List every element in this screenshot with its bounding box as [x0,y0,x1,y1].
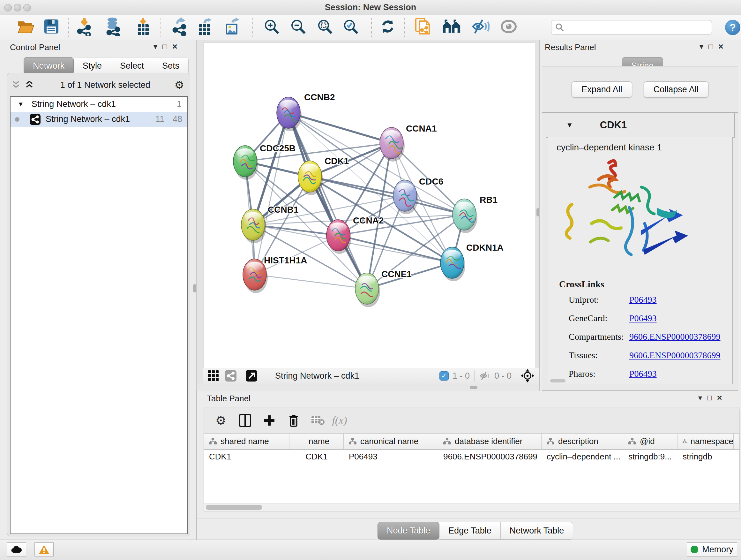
birdseye-navigator-icon[interactable] [521,369,534,382]
close-window-button[interactable] [4,4,12,11]
tab-sets[interactable]: Sets [153,57,189,75]
crosslink-link[interactable]: P06493 [629,295,657,305]
edge-CCNB2-CCNA1[interactable] [288,113,392,143]
crosslink-link[interactable]: P06493 [629,369,657,379]
edge-HIST1H1A-CCNE1[interactable] [255,274,367,289]
close-panel-icon[interactable]: × [172,42,178,52]
table-horizontal-scrollbar[interactable] [204,503,740,512]
search-input[interactable] [564,23,703,32]
column-header-name[interactable]: name [289,434,344,449]
node-CCNA2[interactable] [327,220,351,254]
table-cell[interactable]: stringdb:9... [623,452,677,462]
selected-checkbox-icon[interactable]: ✓ [440,371,449,381]
table-cell[interactable]: CDK1 [289,452,344,462]
tab-network-table[interactable]: Network Table [501,522,574,540]
add-column-icon[interactable] [262,413,277,428]
column-header-database-identifier[interactable]: database identifier [438,434,542,449]
table-cell[interactable]: 9606.ENSP00000378699 [438,452,542,462]
table-settings-gear-icon[interactable]: ⚙ [213,413,228,428]
column-header--id[interactable]: @id [623,434,677,449]
import-table-icon[interactable] [134,17,152,36]
horizontal-splitter[interactable] [197,383,539,391]
splitter-handle[interactable] [470,386,477,389]
function-builder-icon[interactable]: f(x) [332,413,347,428]
edge-CCNA2-HIST1H1A[interactable] [255,235,338,274]
float-panel-icon[interactable]: □ [707,393,712,402]
export-table-icon[interactable] [197,17,215,36]
refresh-icon[interactable] [379,17,397,36]
split-columns-icon[interactable] [238,413,253,428]
network-options-gear-icon[interactable]: ⚙ [175,78,184,91]
node-section-header[interactable]: ▼ CDK1 [546,113,735,138]
help-icon[interactable]: ? [725,20,740,35]
zoom-out-icon[interactable] [289,17,307,36]
zoom-in-icon[interactable] [262,17,281,36]
node-CCNB2[interactable] [277,97,301,131]
crosslink-link[interactable]: P06493 [629,313,657,323]
column-header-shared-name[interactable]: shared name [204,434,289,449]
panel-menu-icon[interactable]: ▾ [699,42,703,51]
section-scrollbar-thumb[interactable] [550,379,565,382]
column-header-namespace[interactable]: namespace [677,434,734,449]
panel-menu-icon[interactable]: ▾ [153,42,157,51]
network-collection-row[interactable]: ▼ String Network – cdk1 1 [10,97,187,112]
delete-table-icon[interactable] [311,413,325,428]
crosslink-link[interactable]: 9606.ENSP00000378699 [629,332,720,342]
table-cell[interactable]: CDK1 [204,452,289,462]
table-cell[interactable]: stringdb [677,452,734,462]
copy-network-icon[interactable] [414,17,433,36]
expand-all-button[interactable]: Expand All [571,81,632,98]
column-header-description[interactable]: description [542,434,623,449]
save-session-icon[interactable] [42,17,61,36]
import-network-database-icon[interactable] [105,17,123,36]
float-panel-icon[interactable]: □ [162,42,167,51]
network-canvas[interactable]: CCNB2CCNA1CDC25BCDK1CDC6RB1CCNB1CCNA2CDK… [203,43,535,368]
grid-view-icon[interactable] [208,370,219,381]
expand-all-icon[interactable] [25,81,36,89]
zoom-selected-icon[interactable] [341,17,360,36]
show-all-icon[interactable] [499,17,518,36]
minimize-window-button[interactable] [14,4,21,11]
collapse-all-icon[interactable] [12,81,23,89]
tab-network[interactable]: Network [23,57,74,75]
panel-menu-icon[interactable]: ▾ [698,393,702,402]
scrollbar-thumb[interactable] [206,505,262,510]
import-network-file-icon[interactable] [76,17,95,36]
cloud-button[interactable] [7,543,26,557]
detach-view-icon[interactable] [246,370,257,381]
memory-button[interactable]: Memory [687,543,737,557]
tab-style[interactable]: Style [74,57,111,75]
node-CDKN1A[interactable] [441,247,465,281]
network-row[interactable]: String Network – cdk1 11 48 [10,112,187,127]
hide-selected-icon[interactable] [471,17,490,36]
collection-expand-icon[interactable]: ▼ [17,101,24,108]
warning-button[interactable] [35,543,54,557]
zoom-window-button[interactable] [23,4,31,11]
edge-CCNB2-HIST1H1A[interactable] [255,113,288,274]
collapse-all-button[interactable]: Collapse All [644,81,709,98]
open-session-icon[interactable] [17,17,35,36]
column-header-canonical-name[interactable]: canonical name [344,434,438,449]
node-RB1[interactable] [453,199,477,233]
first-neighbors-icon[interactable] [442,17,461,36]
tab-select[interactable]: Select [111,57,153,75]
delete-column-icon[interactable] [286,413,301,428]
search-field[interactable] [551,20,712,35]
network-thumbnail-icon[interactable] [225,370,237,381]
table-row[interactable]: CDK1CDK1P064939606.ENSP00000378699cyclin… [204,449,739,464]
export-network-icon[interactable] [171,17,190,36]
table-cell[interactable]: cyclin–dependent ... [542,452,623,462]
node-CCNB1[interactable] [241,209,266,243]
close-panel-icon[interactable]: × [717,393,722,403]
zoom-fit-icon[interactable] [316,17,334,36]
tab-node-table[interactable]: Node Table [378,522,440,540]
panel-splitter-handle[interactable] [193,284,196,293]
node-CCNE1[interactable] [355,273,380,307]
float-panel-icon[interactable]: □ [709,42,713,51]
export-image-icon[interactable] [224,17,242,36]
tab-edge-table[interactable]: Edge Table [440,522,501,540]
table-cell[interactable]: P06493 [344,452,438,462]
close-panel-icon[interactable]: × [718,42,724,52]
section-collapse-icon[interactable]: ▼ [566,121,573,129]
crosslink-link[interactable]: 9606.ENSP00000378699 [629,350,720,361]
